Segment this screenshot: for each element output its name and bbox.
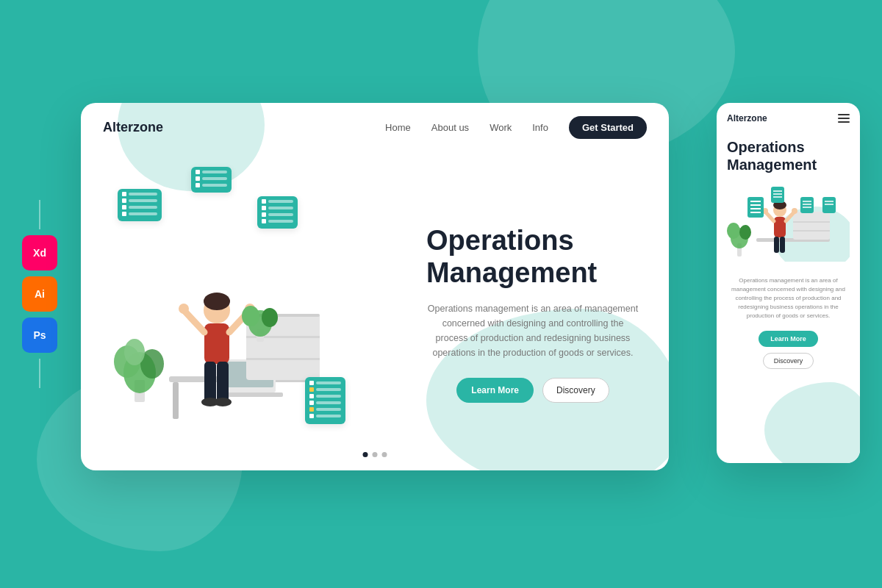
svg-rect-57	[800, 197, 814, 213]
get-started-button[interactable]: Get Started	[569, 116, 647, 139]
svg-point-4	[124, 339, 145, 365]
svg-point-20	[179, 304, 189, 314]
dot-2[interactable]	[373, 452, 378, 457]
svg-rect-47	[780, 237, 785, 253]
mobile-content: Operations Management	[717, 131, 860, 376]
svg-point-29	[262, 308, 278, 327]
mobile-mockup: Alterzone Operations Management	[717, 103, 860, 463]
mobile-navbar: Alterzone	[717, 103, 860, 131]
svg-point-28	[242, 306, 259, 326]
list-card-2	[191, 167, 232, 193]
mobile-logo: Alterzone	[727, 113, 767, 123]
mobile-learn-more-button[interactable]: Learn More	[759, 331, 818, 347]
desktop-navbar: Alterzone Home About us Work Info Get St…	[81, 103, 669, 152]
svg-point-45	[792, 208, 797, 214]
mobile-buttons: Learn More Discovery	[727, 331, 850, 369]
hero-description: Operations management is an area of mana…	[426, 301, 639, 360]
dot-1[interactable]	[363, 452, 368, 457]
mobile-discovery-button[interactable]: Discovery	[763, 353, 814, 369]
hamburger-menu[interactable]	[838, 114, 850, 123]
hamburger-line-3	[838, 121, 850, 123]
svg-line-18	[184, 310, 204, 332]
ai-icon[interactable]: Ai	[22, 276, 57, 312]
svg-rect-14	[246, 358, 320, 360]
svg-point-25	[214, 398, 232, 406]
dot-3[interactable]	[382, 452, 387, 457]
tool-line-bottom	[39, 359, 40, 388]
mobile-illus-svg	[727, 181, 850, 262]
carousel-dots	[363, 452, 387, 457]
desktop-logo: Alterzone	[103, 120, 163, 135]
nav-home[interactable]: Home	[385, 122, 411, 133]
hamburger-line-1	[838, 114, 850, 115]
mobile-illustration	[727, 181, 850, 269]
hero-text: Operations Management Operations managem…	[419, 210, 654, 417]
nav-links: Home About us Work Info Get Started	[385, 116, 647, 139]
svg-rect-61	[822, 197, 836, 213]
nav-info[interactable]: Info	[532, 122, 548, 133]
illustration-area	[96, 152, 419, 470]
svg-rect-36	[793, 212, 830, 240]
svg-rect-48	[747, 197, 764, 218]
desktop-hero-content: Operations Management Operations managem…	[81, 152, 669, 470]
ps-icon[interactable]: Ps	[22, 318, 57, 353]
learn-more-button[interactable]: Learn More	[456, 378, 534, 403]
svg-rect-41	[774, 217, 786, 237]
desktop-mockup: Alterzone Home About us Work Info Get St…	[81, 103, 669, 470]
hamburger-line-2	[838, 118, 850, 119]
discovery-button[interactable]: Discovery	[542, 378, 609, 403]
svg-rect-53	[771, 187, 784, 203]
list-card-tall	[305, 377, 345, 424]
svg-point-16	[204, 293, 230, 310]
list-card-3	[257, 196, 298, 229]
nav-work[interactable]: Work	[490, 122, 512, 133]
svg-rect-37	[793, 221, 830, 223]
list-card-1	[118, 189, 162, 221]
nav-about[interactable]: About us	[431, 122, 469, 133]
svg-point-33	[727, 223, 740, 239]
mobile-title: Operations Management	[727, 138, 850, 173]
svg-rect-6	[173, 382, 179, 419]
mobile-blob	[764, 382, 860, 463]
tool-line-top	[39, 200, 40, 229]
tool-icons-panel: Xd Ai Ps	[22, 200, 57, 388]
svg-rect-22	[204, 362, 216, 402]
xd-icon[interactable]: Xd	[22, 235, 57, 270]
hero-buttons: Learn More Discovery	[426, 378, 639, 403]
mobile-description: Operations management is an area of mana…	[727, 276, 850, 320]
svg-rect-46	[774, 237, 779, 253]
svg-rect-38	[793, 230, 830, 232]
svg-rect-23	[217, 362, 229, 402]
svg-rect-17	[204, 323, 229, 364]
svg-point-34	[739, 225, 751, 240]
hero-title: Operations Management	[426, 225, 639, 289]
